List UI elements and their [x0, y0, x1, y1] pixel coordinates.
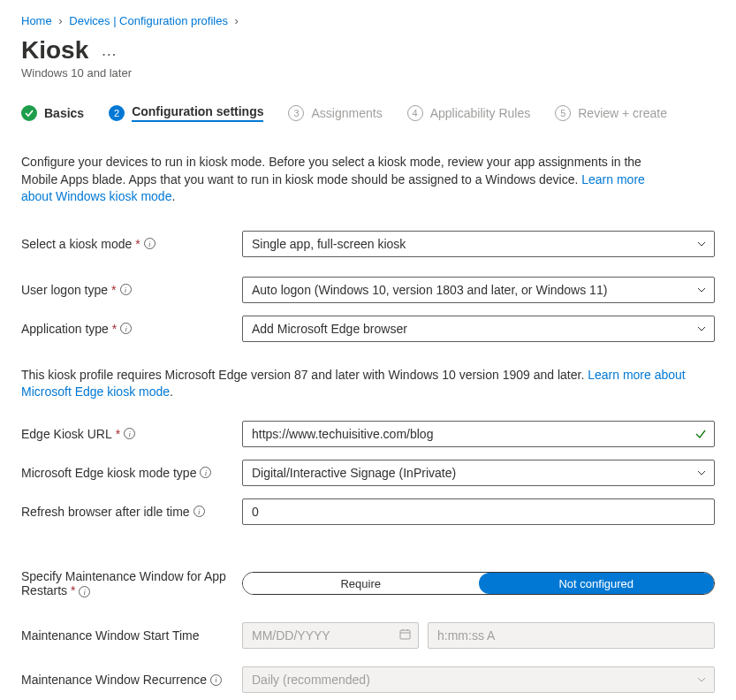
- wizard-steps: Basics 2 Configuration settings 3 Assign…: [21, 104, 715, 138]
- step-basics[interactable]: Basics: [21, 105, 84, 121]
- chevron-down-icon: [696, 285, 707, 295]
- chevron-down-icon: [696, 323, 707, 334]
- page-subtitle: Windows 10 and later: [21, 66, 715, 80]
- edge-url-label: Edge Kiosk URL* i: [21, 427, 242, 441]
- step-assignments[interactable]: 3 Assignments: [288, 105, 382, 121]
- chevron-right-icon: ›: [235, 14, 239, 27]
- breadcrumb-devices[interactable]: Devices | Configuration profiles: [69, 14, 228, 27]
- step-applicability-rules[interactable]: 4 Applicability Rules: [407, 105, 531, 121]
- step-review-create[interactable]: 5 Review + create: [555, 105, 667, 121]
- chevron-down-icon: [696, 468, 707, 478]
- maint-start-date-input: MM/DD/YYYY: [242, 622, 419, 649]
- info-icon[interactable]: i: [200, 467, 211, 478]
- step-configuration-settings[interactable]: 2 Configuration settings: [109, 104, 263, 122]
- info-icon[interactable]: i: [144, 238, 156, 249]
- more-actions-button[interactable]: …: [101, 42, 118, 60]
- info-icon[interactable]: i: [120, 323, 132, 334]
- maint-start-label: Maintenance Window Start Time: [21, 628, 242, 643]
- maint-recurrence-label: Maintenance Window Recurrence i: [21, 673, 242, 687]
- info-icon[interactable]: i: [210, 674, 222, 686]
- edge-note: This kiosk profile requires Microsoft Ed…: [21, 367, 715, 401]
- refresh-idle-input[interactable]: 0: [242, 498, 715, 525]
- maint-start-time-input: h:mm:ss A: [428, 622, 715, 649]
- toggle-require[interactable]: Require: [243, 573, 479, 594]
- info-icon[interactable]: i: [124, 428, 135, 439]
- svg-rect-0: [400, 630, 410, 639]
- refresh-idle-label: Refresh browser after idle time i: [21, 505, 242, 519]
- intro-text: Configure your devices to run in kiosk m…: [21, 154, 675, 206]
- step-label: Assignments: [311, 106, 382, 120]
- step-number-icon: 4: [407, 105, 423, 121]
- chevron-down-icon: [696, 674, 707, 685]
- logon-type-label: User logon type* i: [21, 283, 242, 297]
- step-label: Applicability Rules: [430, 106, 531, 120]
- step-number-icon: 2: [109, 105, 125, 121]
- info-icon[interactable]: i: [193, 506, 205, 517]
- breadcrumb: Home › Devices | Configuration profiles …: [21, 14, 715, 27]
- check-icon: [694, 428, 707, 440]
- logon-type-select[interactable]: Auto logon (Windows 10, version 1803 and…: [242, 277, 715, 303]
- app-type-select[interactable]: Add Microsoft Edge browser: [242, 316, 715, 342]
- calendar-icon: [399, 628, 411, 643]
- app-type-label: Application type* i: [21, 322, 242, 336]
- page-title: Kiosk: [21, 36, 88, 65]
- step-number-icon: 3: [288, 105, 304, 121]
- kiosk-mode-select[interactable]: Single app, full-screen kiosk: [242, 231, 715, 257]
- edge-url-input[interactable]: https://www.techuisitive.com/blog: [242, 421, 715, 447]
- edge-mode-label: Microsoft Edge kiosk mode type i: [21, 466, 242, 480]
- maint-window-label: Specify Maintenance Window for App Resta…: [21, 569, 242, 598]
- breadcrumb-home[interactable]: Home: [21, 14, 52, 27]
- kiosk-mode-label: Select a kiosk mode* i: [21, 237, 242, 251]
- step-number-icon: 5: [555, 105, 571, 121]
- check-icon: [21, 105, 37, 121]
- maint-recurrence-select: Daily (recommended): [242, 666, 715, 693]
- step-label: Basics: [44, 106, 84, 120]
- toggle-not-configured[interactable]: Not configured: [479, 573, 715, 594]
- info-icon[interactable]: i: [79, 586, 90, 597]
- maint-window-toggle: Require Not configured: [242, 572, 715, 595]
- edge-mode-select[interactable]: Digital/Interactive Signage (InPrivate): [242, 460, 715, 486]
- chevron-right-icon: ›: [58, 14, 62, 27]
- chevron-down-icon: [696, 239, 707, 249]
- info-icon[interactable]: i: [120, 284, 132, 295]
- step-label: Review + create: [578, 106, 667, 120]
- step-label: Configuration settings: [132, 104, 263, 122]
